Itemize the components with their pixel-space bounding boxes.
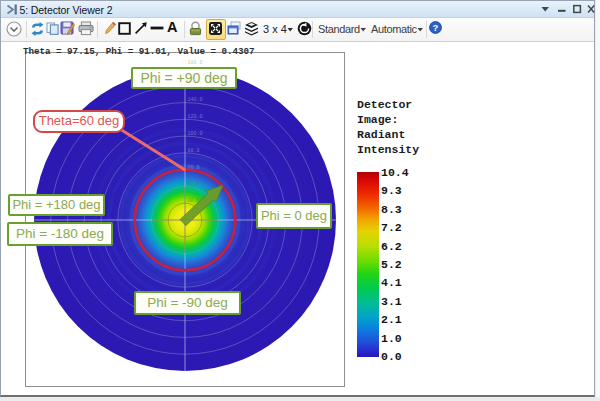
svg-text:40.0: 40.0: [188, 181, 200, 187]
svg-text:100.0: 100.0: [188, 131, 203, 137]
svg-text:80.0: 80.0: [188, 148, 200, 154]
svg-text:140.0: 140.0: [188, 97, 203, 103]
svg-text:?: ?: [433, 22, 439, 33]
svg-text:120.0: 120.0: [188, 114, 203, 120]
svg-text:180.0: 180.0: [188, 60, 203, 66]
